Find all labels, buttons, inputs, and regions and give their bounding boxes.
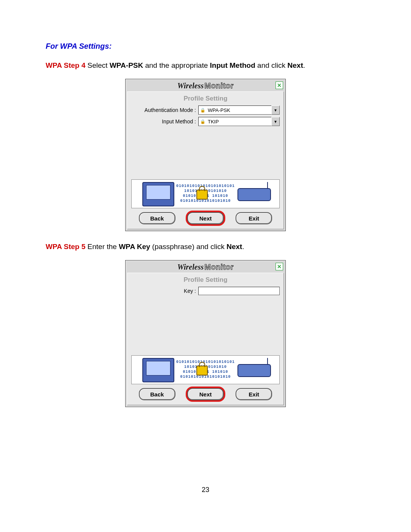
- router-icon: [237, 364, 271, 377]
- profile-panel: Profile Setting Authentication Mode : 🔒 …: [127, 91, 284, 229]
- auth-mode-value: WPA-PSK: [208, 107, 230, 113]
- step4-label: WPA Step 4: [46, 61, 86, 69]
- back-button[interactable]: Back: [139, 388, 175, 400]
- close-icon[interactable]: ✕: [276, 81, 283, 89]
- laptop-icon: [142, 182, 174, 206]
- dialog-step4: WirelessMonitor ✕ Profile Setting Authen…: [125, 79, 286, 231]
- key-label: Key :: [131, 288, 198, 294]
- step5-label: WPA Step 5: [46, 243, 86, 251]
- lock-icon: 🔒: [200, 108, 206, 113]
- back-button[interactable]: Back: [139, 212, 175, 224]
- step5-text: WPA Step 5 Enter the WPA Key (passphrase…: [46, 243, 365, 251]
- dialog-titlebar: WirelessMonitor ✕: [127, 81, 284, 91]
- auth-mode-select[interactable]: 🔒 WPA-PSK: [198, 105, 272, 115]
- chevron-down-icon[interactable]: ▼: [271, 117, 280, 126]
- button-row: Back Next Exit: [131, 388, 280, 401]
- next-button[interactable]: Next: [187, 212, 224, 224]
- input-method-label: Input Method :: [131, 118, 198, 125]
- input-method-value: TKIP: [208, 119, 219, 125]
- dialog-step5: WirelessMonitor ✕ Profile Setting Key : …: [125, 260, 286, 407]
- dialog-titlebar: WirelessMonitor ✕: [127, 262, 284, 272]
- padlock-icon: [196, 366, 208, 375]
- lock-icon: 🔒: [200, 119, 206, 124]
- button-row: Back Next Exit: [131, 212, 280, 225]
- auth-mode-label: Authentication Mode :: [131, 107, 198, 113]
- chevron-down-icon[interactable]: ▼: [271, 105, 280, 115]
- laptop-icon: [142, 358, 174, 382]
- row-auth-mode: Authentication Mode : 🔒 WPA-PSK ▼: [131, 105, 280, 115]
- key-input[interactable]: [198, 287, 280, 295]
- security-graphic: 0101010101010101010101 1010101010101010 …: [131, 179, 280, 208]
- panel-title: Profile Setting: [131, 95, 280, 102]
- security-graphic: 0101010101010101010101 1010101010101010 …: [131, 355, 280, 384]
- close-icon[interactable]: ✕: [276, 263, 283, 270]
- section-title: For WPA Settings:: [46, 42, 365, 51]
- panel-title: Profile Setting: [131, 276, 280, 284]
- step4-text: WPA Step 4 Select WPA-PSK and the approp…: [46, 61, 365, 70]
- router-icon: [237, 188, 271, 201]
- row-input-method: Input Method : 🔒 TKIP ▼: [131, 117, 280, 126]
- app-title: WirelessMonitor: [177, 81, 234, 90]
- input-method-select[interactable]: 🔒 TKIP: [198, 117, 272, 126]
- exit-button[interactable]: Exit: [236, 212, 272, 224]
- app-title: WirelessMonitor: [177, 263, 234, 272]
- next-button[interactable]: Next: [187, 388, 224, 400]
- profile-panel: Profile Setting Key : 010101010101010101…: [127, 273, 284, 405]
- row-key: Key :: [131, 287, 280, 295]
- exit-button[interactable]: Exit: [236, 388, 272, 400]
- page-number: 23: [0, 486, 411, 494]
- padlock-icon: [196, 190, 208, 200]
